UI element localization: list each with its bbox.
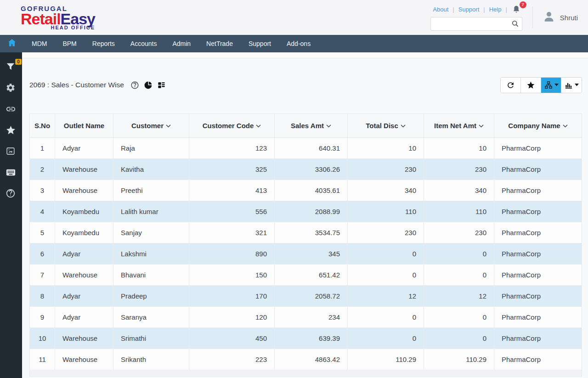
table-row[interactable]: 8AdyarPradeep1702058.721212PharmaCorp (30, 286, 582, 307)
help-link[interactable]: Help (489, 6, 502, 13)
hierarchy-view-button[interactable] (541, 78, 561, 93)
cell-sno: 9 (30, 307, 55, 328)
cell-company_name: PharmaCorp (494, 138, 582, 159)
page-title: 2069 : Sales - Customer Wise (29, 81, 124, 89)
cell-company_name: PharmaCorp (494, 180, 582, 201)
table-row[interactable]: 11WarehouseSrikanth2234863.42110.29110.2… (30, 349, 582, 370)
cell-sales_amt: 234 (275, 307, 348, 328)
sort-chevron-icon (256, 124, 261, 128)
col-header-sno: S.No (30, 114, 55, 138)
user-menu[interactable]: Shruti (542, 10, 588, 25)
star-icon[interactable] (6, 125, 17, 136)
filter-icon[interactable]: 0 (6, 62, 17, 73)
notification-bell-icon[interactable]: 7 (511, 5, 522, 15)
nav-item-mdm[interactable]: MDM (24, 35, 55, 52)
table-row[interactable]: 10WarehouseSrimathi450639.3900PharmaCorp (30, 328, 582, 349)
cell-total_disc: 0 (348, 265, 424, 286)
cell-outlet_name: Koyambedu (55, 201, 113, 222)
notification-badge: 7 (520, 1, 526, 8)
gear-icon[interactable] (6, 83, 17, 94)
nav-item-admin[interactable]: Admin (164, 35, 198, 52)
cell-sales_amt: 2088.99 (275, 201, 348, 222)
cell-sno: 2 (30, 159, 55, 180)
favorite-button[interactable] (521, 78, 541, 93)
cell-sno: 11 (30, 349, 55, 370)
table-row[interactable]: 7WarehouseBhavani150651.4200PharmaCorp (30, 265, 582, 286)
cell-company_name: PharmaCorp (494, 201, 582, 222)
col-header-item_net_amt[interactable]: Item Net Amt (424, 114, 494, 138)
keyboard-icon[interactable] (6, 167, 17, 178)
report-title-row: 2069 : Sales - Customer Wise (29, 77, 582, 93)
cell-total_disc: 12 (348, 286, 424, 307)
cell-customer_code: 170 (189, 286, 275, 307)
support-link[interactable]: Support (458, 6, 480, 13)
cell-customer: Lakshmi (113, 243, 189, 265)
cell-sno: 6 (30, 243, 55, 265)
link-icon[interactable] (6, 104, 17, 115)
table-row[interactable]: 1AdyarRaja123640.311010PharmaCorp (30, 138, 582, 159)
nav-item-accounts[interactable]: Accounts (123, 35, 165, 52)
cell-item_net_amt: 230 (424, 159, 494, 180)
cell-item_net_amt: 12 (424, 286, 494, 307)
cell-customer: Bhavani (113, 265, 189, 286)
cell-total_disc: 10 (348, 138, 424, 159)
cell-total_disc: 0 (348, 328, 424, 349)
sort-chevron-icon (563, 124, 568, 128)
top-header: GOFRUGAL RetailEasy HEAD OFFICE About | … (0, 0, 588, 35)
about-link[interactable]: About (433, 6, 448, 13)
table-row[interactable]: 5KoyambeduSanjay3213534.75230230PharmaCo… (30, 222, 582, 243)
table-row[interactable]: 3WarehousePreethi4134035.61340340PharmaC… (30, 180, 582, 201)
cell-outlet_name: Warehouse (55, 159, 113, 180)
col-header-company_name[interactable]: Company Name (494, 114, 582, 138)
cell-sno: 4 (30, 201, 55, 222)
filter-badge: 0 (15, 59, 22, 65)
cell-company_name: PharmaCorp (494, 328, 582, 349)
home-tab[interactable] (0, 35, 24, 52)
home-icon (7, 38, 17, 50)
header-links: About | Support | Help | 7 (433, 5, 522, 15)
search-input[interactable] (430, 17, 522, 31)
cell-sno: 7 (30, 265, 55, 286)
report-panel: 2069 : Sales - Customer Wise (22, 58, 588, 378)
report-help-icon[interactable] (130, 81, 139, 90)
nav-item-nettrade[interactable]: NetTrade (198, 35, 241, 52)
help-circle-icon[interactable] (6, 188, 17, 199)
cell-customer: Sanjay (113, 222, 189, 243)
nav-item-bpm[interactable]: BPM (55, 35, 84, 52)
cell-customer_code: 223 (189, 349, 275, 370)
refresh-button[interactable] (501, 78, 521, 93)
grid-icon[interactable] (157, 81, 166, 90)
nav-item-support[interactable]: Support (241, 35, 279, 52)
col-header-customer[interactable]: Customer (113, 114, 189, 138)
report-table: S.NoOutlet NameCustomerCustomer CodeSale… (29, 113, 582, 370)
pie-chart-icon[interactable] (144, 81, 153, 90)
cell-customer: Pradeep (113, 286, 189, 307)
table-row[interactable]: 9AdyarSaranya12023400PharmaCorp (30, 307, 582, 328)
cell-item_net_amt: 0 (424, 265, 494, 286)
cell-customer_code: 890 (189, 243, 275, 265)
nav-item-reports[interactable]: Reports (85, 35, 123, 52)
cell-sno: 10 (30, 328, 55, 349)
cell-item_net_amt: 0 (424, 328, 494, 349)
cell-company_name: PharmaCorp (494, 243, 582, 265)
cell-sales_amt: 4035.61 (275, 180, 348, 201)
cell-company_name: PharmaCorp (494, 286, 582, 307)
cell-customer: Preethi (113, 180, 189, 201)
nav-item-add-ons[interactable]: Add-ons (279, 35, 318, 52)
table-row[interactable]: 6AdyarLakshmi89034500PharmaCorp (30, 243, 582, 265)
cell-total_disc: 110.29 (348, 349, 424, 370)
col-header-customer_code[interactable]: Customer Code (189, 114, 275, 138)
table-row[interactable]: 4KoyambeduLalith kumar5562088.99110110Ph… (30, 201, 582, 222)
col-header-sales_amt[interactable]: Sales Amt (275, 114, 348, 138)
col-header-total_disc[interactable]: Total Disc (348, 114, 424, 138)
search-icon[interactable] (511, 20, 519, 29)
table-row[interactable]: 2WarehouseKavitha3253306.26230230PharmaC… (30, 159, 582, 180)
export-window-icon[interactable] (6, 146, 17, 157)
cell-customer: Saranya (113, 307, 189, 328)
cell-customer_code: 450 (189, 328, 275, 349)
cell-customer_code: 413 (189, 180, 275, 201)
cell-customer_code: 325 (189, 159, 275, 180)
chart-view-button[interactable] (561, 78, 582, 93)
cell-total_disc: 0 (348, 307, 424, 328)
cell-item_net_amt: 0 (424, 307, 494, 328)
